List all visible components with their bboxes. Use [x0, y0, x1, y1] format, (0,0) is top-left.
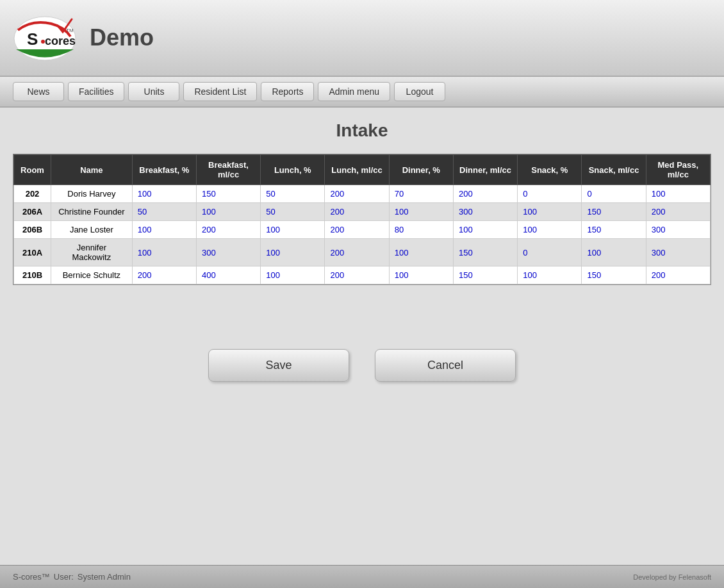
col-header-dn-pct: Dinner, % [389, 155, 453, 185]
cell-row3-col7: 150 [453, 239, 517, 266]
table-row: 210BBernice Schultz200400100200100150100… [14, 266, 711, 284]
cell-row3-col8: 0 [518, 239, 582, 266]
intake-table-wrapper: Room Name Breakfast, % Breakfast, ml/cc … [13, 154, 711, 285]
table-row: 206AChristine Founder5010050200100300100… [14, 203, 711, 221]
cell-row2-col1: Jane Loster [51, 221, 133, 239]
cell-row2-col5: 200 [325, 221, 389, 239]
cell-row0-col1: Doris Harvey [51, 185, 133, 203]
cell-row2-col6: 80 [389, 221, 453, 239]
header: S cores TM Demo [0, 0, 724, 77]
cell-row1-col0: 206A [14, 203, 51, 221]
footer: S-cores™ User: System Admin Developed by… [0, 565, 724, 588]
cell-row0-col9: 0 [582, 185, 646, 203]
cell-row1-col2: 50 [132, 203, 196, 221]
footer-user-label: User: [54, 572, 74, 582]
cell-row2-col4: 100 [261, 221, 325, 239]
col-header-sn-pct: Snack, % [518, 155, 582, 185]
cell-row1-col7: 300 [453, 203, 517, 221]
nav-logout[interactable]: Logout [394, 82, 445, 101]
footer-developer: Developed by Felenasoft [633, 573, 711, 581]
cell-row2-col2: 100 [132, 221, 196, 239]
cell-row0-col10: 100 [646, 185, 710, 203]
cell-row2-col8: 100 [518, 221, 582, 239]
intake-table: Room Name Breakfast, % Breakfast, ml/cc … [13, 154, 711, 284]
col-header-sn-ml: Snack, ml/cc [582, 155, 646, 185]
cell-row2-col9: 150 [582, 221, 646, 239]
cell-row2-col7: 100 [453, 221, 517, 239]
scores-logo: S cores TM [13, 14, 77, 62]
cell-row0-col8: 0 [518, 185, 582, 203]
cell-row2-col3: 200 [196, 221, 260, 239]
cell-row3-col3: 300 [196, 239, 260, 266]
cell-row1-col8: 100 [518, 203, 582, 221]
cancel-button[interactable]: Cancel [375, 349, 516, 382]
nav-resident-list[interactable]: Resident List [183, 82, 257, 101]
action-buttons: Save Cancel [208, 349, 516, 382]
cell-row4-col10: 200 [646, 266, 710, 284]
cell-row3-col1: Jennifer Mackowitz [51, 239, 133, 266]
col-header-dn-ml: Dinner, ml/cc [453, 155, 517, 185]
cell-row0-col6: 70 [389, 185, 453, 203]
cell-row4-col6: 100 [389, 266, 453, 284]
table-header-row: Room Name Breakfast, % Breakfast, ml/cc … [14, 155, 711, 185]
cell-row1-col10: 200 [646, 203, 710, 221]
cell-row0-col0: 202 [14, 185, 51, 203]
col-header-bf-pct: Breakfast, % [132, 155, 196, 185]
svg-text:S: S [27, 29, 38, 49]
main-content: Intake Room Name Breakfast, % Breakfast,… [0, 108, 724, 565]
cell-row3-col10: 300 [646, 239, 710, 266]
nav-units[interactable]: Units [128, 82, 179, 101]
cell-row3-col4: 100 [261, 239, 325, 266]
cell-row4-col1: Bernice Schultz [51, 266, 133, 284]
cell-row0-col5: 200 [325, 185, 389, 203]
col-header-bf-ml: Breakfast, ml/cc [196, 155, 260, 185]
cell-row4-col5: 200 [325, 266, 389, 284]
app-title: Demo [90, 24, 154, 51]
cell-row3-col9: 100 [582, 239, 646, 266]
nav-bar: News Facilities Units Resident List Repo… [0, 77, 724, 108]
footer-left: S-cores™ User: System Admin [13, 572, 131, 582]
table-row: 206BJane Loster1002001002008010010015030… [14, 221, 711, 239]
nav-reports[interactable]: Reports [261, 82, 314, 101]
page-title: Intake [336, 120, 388, 141]
col-header-room: Room [14, 155, 51, 185]
cell-row0-col4: 50 [261, 185, 325, 203]
cell-row4-col7: 150 [453, 266, 517, 284]
col-header-ln-pct: Lunch, % [261, 155, 325, 185]
table-row: 202Doris Harvey100150502007020000100 [14, 185, 711, 203]
cell-row1-col3: 100 [196, 203, 260, 221]
nav-admin-menu[interactable]: Admin menu [318, 82, 390, 101]
cell-row3-col5: 200 [325, 239, 389, 266]
cell-row4-col4: 100 [261, 266, 325, 284]
cell-row1-col6: 100 [389, 203, 453, 221]
cell-row1-col5: 200 [325, 203, 389, 221]
cell-row1-col9: 150 [582, 203, 646, 221]
col-header-med: Med Pass, ml/cc [646, 155, 710, 185]
logo-container: S cores TM [13, 14, 77, 62]
footer-brand: S-cores™ [13, 572, 50, 582]
cell-row3-col2: 100 [132, 239, 196, 266]
col-header-ln-ml: Lunch, ml/cc [325, 155, 389, 185]
table-row: 210AJennifer Mackowitz100300100200100150… [14, 239, 711, 266]
cell-row1-col1: Christine Founder [51, 203, 133, 221]
nav-facilities[interactable]: Facilities [68, 82, 124, 101]
save-button[interactable]: Save [208, 349, 349, 382]
cell-row0-col2: 100 [132, 185, 196, 203]
cell-row1-col4: 50 [261, 203, 325, 221]
cell-row0-col3: 150 [196, 185, 260, 203]
cell-row2-col0: 206B [14, 221, 51, 239]
cell-row4-col3: 400 [196, 266, 260, 284]
nav-news[interactable]: News [13, 82, 64, 101]
cell-row0-col7: 200 [453, 185, 517, 203]
cell-row3-col6: 100 [389, 239, 453, 266]
cell-row3-col0: 210A [14, 239, 51, 266]
footer-user-name: System Admin [78, 572, 131, 582]
svg-text:cores: cores [45, 35, 76, 47]
cell-row4-col0: 210B [14, 266, 51, 284]
cell-row4-col9: 150 [582, 266, 646, 284]
col-header-name: Name [51, 155, 133, 185]
cell-row2-col10: 300 [646, 221, 710, 239]
svg-text:TM: TM [66, 28, 74, 33]
cell-row4-col2: 200 [132, 266, 196, 284]
cell-row4-col8: 100 [518, 266, 582, 284]
